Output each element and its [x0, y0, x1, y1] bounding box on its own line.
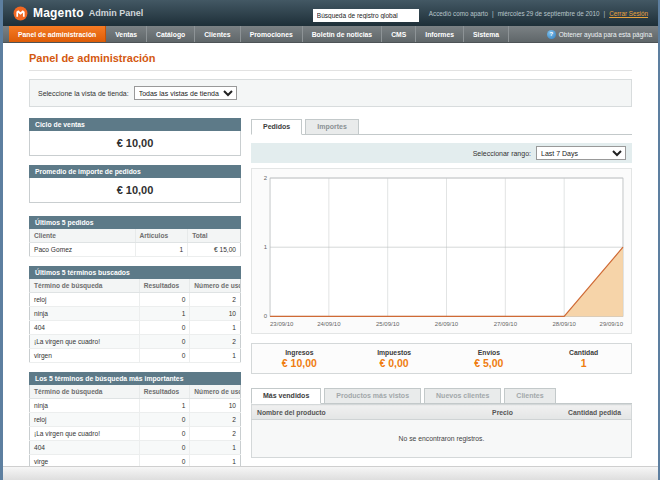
- table-row[interactable]: ¡La virgen que cuadro!02: [30, 427, 241, 441]
- column-header: Artículos: [135, 229, 188, 243]
- dashboard-content: Panel de administración Seleccione la vi…: [3, 43, 658, 478]
- top-search-terms-title: Los 5 términos de búsqueda más important…: [29, 372, 241, 385]
- svg-text:1: 1: [264, 244, 268, 250]
- logout-link[interactable]: Cerrar Sesión: [609, 10, 648, 17]
- svg-text:27/09/10: 27/09/10: [494, 321, 518, 327]
- table-row[interactable]: reloj02: [30, 293, 241, 307]
- table-cell: 1: [190, 321, 241, 335]
- average-orders-box: Promedio de importe de pedidos € 10,00: [29, 165, 241, 203]
- svg-text:28/09/10: 28/09/10: [552, 321, 576, 327]
- lifetime-sales-title: Ciclo de ventas: [29, 118, 241, 131]
- table-header-row: ClienteArtículosTotal: [30, 229, 241, 243]
- empty-row: No se encontraron registros.: [252, 420, 632, 458]
- table-cell: reloj: [30, 293, 140, 307]
- magento-admin-window: Magento Admin Panel Accedió como aparto …: [0, 0, 660, 480]
- nav-item[interactable]: Promociones: [241, 26, 303, 42]
- stat-cantidad: Cantidad1: [536, 344, 631, 373]
- table-cell: 1: [135, 243, 188, 257]
- tab-clientes[interactable]: Clientes: [504, 388, 555, 404]
- app-title: Magento: [33, 6, 84, 20]
- nav-item[interactable]: Panel de administración: [9, 26, 106, 42]
- stat-value: € 10,00: [252, 357, 347, 369]
- window-bottom-strip: [3, 466, 658, 480]
- separator: |: [604, 10, 606, 17]
- store-view-select[interactable]: Todas las vistas de tienda: [134, 86, 237, 100]
- table-row[interactable]: Paco Gomez1€ 15,00: [30, 243, 241, 257]
- orders-chart-svg: 23/09/1024/09/1025/09/1026/09/1027/09/10…: [255, 172, 628, 330]
- table-row[interactable]: ¡La virgen que cuadro!02: [30, 335, 241, 349]
- table-cell: Paco Gomez: [30, 243, 136, 257]
- stat-label: Cantidad: [536, 349, 631, 356]
- main-nav-bar: Panel de administraciónVentasCatálogoCli…: [3, 26, 658, 43]
- column-header: Número de usos: [190, 279, 241, 293]
- nav-item[interactable]: CMS: [382, 26, 416, 42]
- table-header-row: Nombre del productoPrecioCantidad pedida: [252, 405, 632, 420]
- nav-item[interactable]: Boletín de noticias: [303, 26, 382, 42]
- table-cell: 1: [190, 441, 241, 455]
- page-title: Panel de administración: [29, 52, 632, 64]
- column-header: Número de usos: [190, 385, 241, 399]
- table-row[interactable]: 40401: [30, 321, 241, 335]
- table-cell: 0: [139, 335, 190, 349]
- column-header: Cliente: [30, 229, 136, 243]
- table-row[interactable]: reloj02: [30, 413, 241, 427]
- nav-item[interactable]: Sistema: [464, 26, 509, 42]
- stat-envíos: Envíos€ 5,00: [442, 344, 537, 373]
- top-search-terms-table: Término de búsquedaResultadosNúmero de u…: [29, 385, 241, 469]
- stat-label: Envíos: [442, 349, 537, 356]
- main-nav-list: Panel de administraciónVentasCatálogoCli…: [9, 26, 509, 42]
- last-search-terms-box: Últimos 5 términos buscados Término de b…: [29, 266, 241, 363]
- lifetime-sales-box: Ciclo de ventas € 10,00: [29, 118, 241, 156]
- column-header: Precio: [487, 405, 563, 420]
- global-search-input[interactable]: [313, 9, 419, 22]
- column-header: Resultados: [139, 279, 190, 293]
- magento-logo-icon: [13, 6, 28, 21]
- totals-row: Ingresos€ 10,00Impuestos€ 0,00Envíos€ 5,…: [251, 343, 632, 374]
- current-date-label: miércoles 29 de septiembre de 2010: [498, 10, 600, 17]
- table-header-row: Término de búsquedaResultadosNúmero de u…: [30, 385, 241, 399]
- table-cell: 0: [139, 293, 190, 307]
- table-cell: 2: [190, 427, 241, 441]
- table-cell: 1: [190, 349, 241, 363]
- last-orders-table: ClienteArtículosTotalPaco Gomez1€ 15,00: [29, 229, 241, 257]
- table-cell: 0: [139, 349, 190, 363]
- table-cell: ¡La virgen que cuadro!: [30, 427, 140, 441]
- table-row[interactable]: virgen01: [30, 349, 241, 363]
- report-tabs: PedidosImportes: [251, 118, 632, 135]
- nav-item[interactable]: Ventas: [106, 26, 147, 42]
- svg-text:2: 2: [264, 175, 268, 181]
- user-info: Accedió como aparto | miércoles 29 de se…: [429, 10, 648, 17]
- nav-item[interactable]: Informes: [416, 26, 464, 42]
- help-link[interactable]: ? Obtener ayuda para esta página: [547, 26, 652, 42]
- tab-importes[interactable]: Importes: [305, 119, 359, 135]
- tab-m-s-vendidos[interactable]: Más vendidos: [251, 388, 321, 404]
- tab-nuevos-clientes[interactable]: Nuevos clientes: [424, 388, 501, 404]
- top-header-bar: Magento Admin Panel Accedió como aparto …: [3, 0, 658, 26]
- stat-value: € 5,00: [442, 357, 537, 369]
- table-row[interactable]: ninja110: [30, 399, 241, 413]
- average-orders-title: Promedio de importe de pedidos: [29, 165, 241, 178]
- stat-label: Ingresos: [252, 349, 347, 356]
- table-cell: € 15,00: [188, 243, 241, 257]
- table-row[interactable]: 40401: [30, 441, 241, 455]
- range-selector-bar: Seleccionar rango: Last 7 Days: [251, 143, 632, 163]
- nav-item[interactable]: Clientes: [195, 26, 240, 42]
- tab-pedidos[interactable]: Pedidos: [251, 119, 302, 135]
- table-row[interactable]: ninja110: [30, 307, 241, 321]
- separator: |: [492, 10, 494, 17]
- tab-productos-m-s-vistos[interactable]: Productos más vistos: [324, 388, 421, 404]
- range-select[interactable]: Last 7 Days: [536, 146, 626, 160]
- table-cell: 1: [139, 399, 190, 413]
- empty-message: No se encontraron registros.: [252, 420, 632, 458]
- column-header: Nombre del producto: [252, 405, 488, 420]
- last-orders-title: Últimos 5 pedidos: [29, 216, 241, 229]
- product-report-tabs: Más vendidosProductos más vistosNuevos c…: [251, 387, 632, 404]
- svg-text:29/09/10: 29/09/10: [600, 321, 624, 327]
- table-cell: virgen: [30, 349, 140, 363]
- help-label: Obtener ayuda para esta página: [559, 31, 652, 38]
- nav-item[interactable]: Catálogo: [147, 26, 195, 42]
- logged-in-as-label: Accedió como aparto: [429, 10, 488, 17]
- table-cell: ¡La virgen que cuadro!: [30, 335, 140, 349]
- table-cell: ninja: [30, 399, 140, 413]
- table-cell: ninja: [30, 307, 140, 321]
